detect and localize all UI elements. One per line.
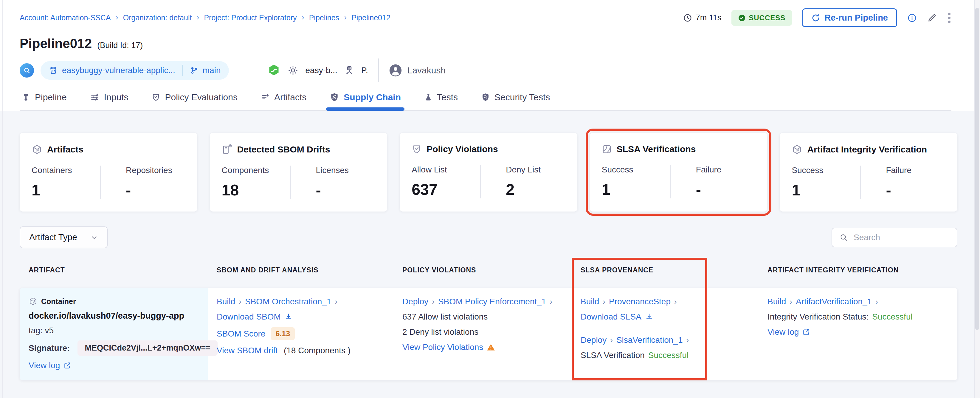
sliders-icon [90, 93, 100, 102]
policy-stage-link[interactable]: Deploy [402, 297, 428, 307]
column-header-integrity: ARTIFACT INTEGRITY VERIFICATION [759, 266, 957, 274]
chevron-right-icon: › [686, 336, 689, 345]
chevron-right-icon: › [603, 297, 605, 307]
slsa-stage1-link[interactable]: Build [581, 297, 599, 307]
artifacts-summary-card: Artifacts Containers1 Repositories- [20, 133, 197, 211]
download-slsa-label: Download SLSA [581, 312, 641, 321]
integrity-stage-link[interactable]: Build [767, 297, 786, 307]
card-title: SLSA Verifications [617, 144, 696, 154]
sbom-stage-link[interactable]: Build [217, 297, 235, 307]
title-row: Pipeline012 (Build Id: 17) [20, 36, 951, 51]
cube-icon [29, 297, 38, 306]
chevron-right-icon: › [875, 297, 878, 307]
page-header: Account: Automation-SSCA › Organization:… [0, 0, 980, 111]
view-sbom-drift-link[interactable]: View SBOM drift [217, 346, 278, 355]
tab-tests[interactable]: Tests [422, 87, 460, 110]
view-policy-violations-label: View Policy Violations [402, 342, 483, 352]
tab-label: Pipeline [35, 92, 67, 102]
duration-display: 7m 11s [683, 13, 722, 22]
breadcrumb-organization[interactable]: Organization: default [123, 13, 192, 22]
chevron-right-icon: › [550, 297, 552, 307]
slsa-step1-link[interactable]: ProvenanceStep [609, 297, 671, 307]
sbom-cell: Build › SBOM Orchestration_1 › Download … [208, 288, 393, 380]
metric-label: Repositories [126, 166, 185, 175]
vertical-scrollbar[interactable] [974, 0, 980, 398]
metric-value: 637 [412, 181, 480, 198]
tab-label: Supply Chain [344, 92, 401, 102]
tab-policy-evaluations[interactable]: Policy Evaluations [150, 87, 239, 110]
allow-list-violations: 637 Allow list violations [402, 312, 488, 321]
more-options-kebab-button[interactable] [947, 12, 951, 24]
tab-pipeline[interactable]: Pipeline [20, 87, 68, 110]
metric-label: Failure [696, 165, 756, 174]
breadcrumb-account[interactable]: Account: Automation-SSCA [20, 13, 111, 22]
tab-inputs[interactable]: Inputs [88, 87, 130, 110]
rerun-pipeline-button[interactable]: Re-run Pipeline [802, 8, 897, 27]
view-log-link[interactable]: View log [29, 361, 71, 370]
search-input[interactable] [854, 233, 950, 242]
download-slsa-link[interactable]: Download SLSA [581, 312, 653, 321]
view-policy-violations-link[interactable]: View Policy Violations [402, 342, 495, 352]
slsa-icon [602, 144, 612, 154]
webhook-trigger-icon [267, 64, 281, 77]
sbom-score-link[interactable]: SBOM Score [217, 329, 265, 339]
card-title: Detected SBOM Drifts [237, 144, 330, 155]
execution-meta-row: easybuggy-vulnerable-applic... main easy… [20, 61, 951, 80]
sbom-step-link[interactable]: SBOM Orchestration_1 [245, 297, 331, 307]
artifact-image-name: docker.io/lavakush07/easy-buggy-app [29, 311, 184, 321]
slsa-status-value: Successful [648, 350, 689, 360]
artifact-type-select[interactable]: Artifact Type [20, 227, 108, 248]
tab-artifacts[interactable]: Artifacts [259, 87, 308, 110]
pipeline-icon [21, 93, 30, 102]
download-icon [284, 313, 293, 321]
slsa-status-label: SLSA Verification [581, 350, 645, 360]
table-row: Container docker.io/lavakush07/easy-bugg… [20, 288, 957, 380]
breadcrumb-pipelines[interactable]: Pipelines [309, 13, 339, 22]
chevron-right-icon: › [674, 297, 677, 307]
metric-label: Deny List [506, 165, 565, 174]
service-icon [344, 65, 355, 76]
metric-label: Containers [32, 166, 100, 175]
card-title: Artifacts [47, 144, 83, 155]
integrity-step-link[interactable]: ArtifactVerification_1 [796, 297, 872, 307]
chevron-right-icon: › [610, 336, 613, 345]
metric-value: 1 [32, 181, 100, 199]
card-title: Artifact Integrity Verification [807, 144, 927, 155]
artifact-integrity-cell: Build › ArtifactVerification_1 › Integri… [759, 288, 957, 380]
execution-tabs: Pipeline Inputs Policy Evaluations Artif… [20, 87, 951, 111]
tab-supply-chain[interactable]: Supply Chain [328, 87, 402, 110]
clock-icon [683, 13, 692, 22]
download-sbom-link[interactable]: Download SBOM [217, 312, 293, 321]
slsa-stage2-link[interactable]: Deploy [581, 335, 606, 345]
policy-violations-summary-card: Policy Violations Allow List637 Deny Lis… [400, 133, 578, 211]
artifact-tag: tag: v5 [29, 326, 54, 335]
slsa-verification-status: SLSA Verification Successful [581, 350, 689, 360]
repo-branch-chip[interactable]: easybuggy-vulnerable-applic... main [41, 61, 229, 80]
chevron-right-icon: › [302, 13, 304, 22]
chevron-right-icon: › [789, 297, 792, 307]
chevron-right-icon: › [116, 13, 118, 22]
metric-value: - [126, 181, 185, 199]
search-box[interactable] [832, 228, 957, 247]
scrollbar-thumb[interactable] [975, 8, 979, 330]
breadcrumb-pipeline012[interactable]: Pipeline012 [352, 13, 390, 22]
info-button[interactable] [907, 13, 917, 23]
breadcrumb-project[interactable]: Project: Product Exploratory [204, 13, 297, 22]
metric-value: - [316, 181, 375, 199]
metric-value: 1 [792, 181, 860, 199]
view-log-link[interactable]: View log [767, 327, 810, 337]
tab-label: Artifacts [274, 92, 306, 102]
integrity-status-label: Integrity Verification Status: [767, 312, 869, 321]
policy-step-link[interactable]: SBOM Policy Enforcement_1 [438, 297, 546, 307]
edit-pencil-button[interactable] [927, 13, 937, 23]
external-link-icon [64, 361, 71, 369]
policy-violations-cell: Deploy › SBOM Policy Enforcement_1 › 637… [393, 288, 572, 380]
slsa-verifications-summary-card: SLSA Verifications Success1 Failure- [590, 133, 767, 211]
git-branch-icon [190, 66, 199, 75]
slsa-step2-link[interactable]: SlsaVerification_1 [616, 335, 683, 345]
tab-security-tests[interactable]: Security Tests [479, 87, 552, 110]
cube-icon [792, 144, 802, 155]
sbom-score-badge: 6.13 [270, 327, 295, 340]
external-link-icon [802, 328, 810, 336]
signature-value[interactable]: MEQCICde2Vjl...L+2+mqnOXw== [78, 340, 218, 356]
